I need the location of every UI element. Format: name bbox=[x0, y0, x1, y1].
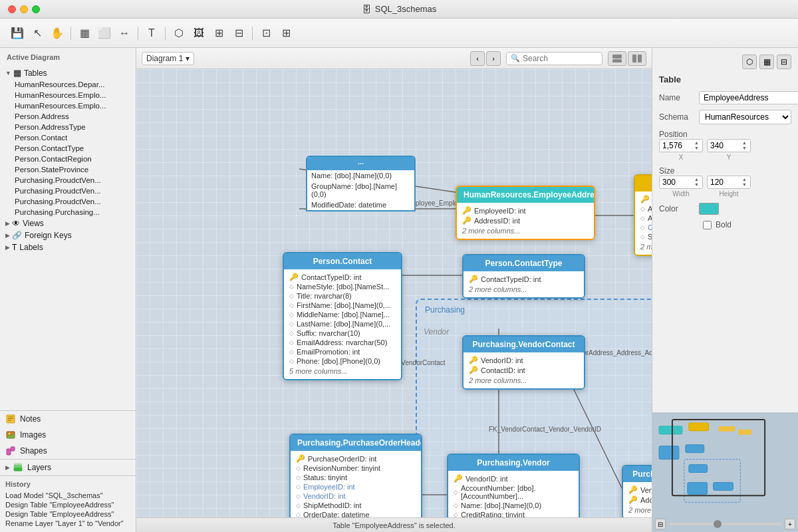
close-button[interactable] bbox=[8, 5, 16, 13]
table-purchasing-vendoraddress[interactable]: Purchasing.VendorAddress 🔑VendorID: int … bbox=[622, 465, 652, 517]
zoom-slider-track[interactable] bbox=[668, 523, 782, 525]
sidebar-item-humanresources-emplo2[interactable]: HumanResources.Emplo... bbox=[0, 100, 136, 111]
sidebar-item-purchasing-purchasing[interactable]: Purchasing.Purchasing... bbox=[0, 207, 136, 217]
labels-section-header[interactable]: ▶ T Labels bbox=[0, 241, 136, 253]
sidebar-item-person-contactregion[interactable]: Person.ContactRegion bbox=[0, 154, 136, 164]
table-person-contact[interactable]: Person.Contact 🔑ContactTypeID: int ◇Name… bbox=[283, 252, 402, 380]
sidebar-item-purchasing-proudctven2[interactable]: Purchasing.ProudctVen... bbox=[0, 186, 136, 196]
pointer-tool[interactable]: ↖ bbox=[28, 24, 47, 43]
zoom-slider-thumb[interactable] bbox=[714, 520, 722, 528]
table-row: ◇LastName: [dbo].[Name](0,... bbox=[284, 319, 401, 329]
view-split-h[interactable] bbox=[608, 51, 626, 66]
sidebar-item-person-contacttype[interactable]: Person.ContactType bbox=[0, 143, 136, 154]
width-up[interactable]: ▲ bbox=[693, 177, 702, 182]
layers-section[interactable]: ▶ Layers bbox=[0, 459, 136, 475]
table-row: 🔑AddressID: int bbox=[635, 194, 652, 204]
height-up[interactable]: ▲ bbox=[741, 177, 750, 182]
foreign-keys-section-header[interactable]: ▶ 🔗 Foreign Keys bbox=[0, 229, 136, 241]
y-down[interactable]: ▼ bbox=[741, 146, 750, 151]
height-input[interactable] bbox=[708, 176, 741, 188]
zoom-out-btn[interactable]: ⊟ bbox=[655, 519, 666, 529]
sidebar-item-person-address[interactable]: Person.Address bbox=[0, 111, 136, 122]
minimize-button[interactable] bbox=[20, 5, 28, 13]
nav-prev[interactable]: ‹ bbox=[470, 51, 485, 66]
window-controls bbox=[8, 5, 40, 13]
snap-tool[interactable]: ⊞ bbox=[277, 24, 295, 43]
prop-position-section: Position ▲ ▼ X bbox=[659, 130, 791, 161]
width-down[interactable]: ▼ bbox=[693, 182, 702, 188]
sidebar-item-humanresources-depar[interactable]: HumanResources.Depar... bbox=[0, 79, 136, 90]
sidebar-item-purchasing-proudctven3[interactable]: Purchasing.ProudctVen... bbox=[0, 196, 136, 207]
x-input-wrapper[interactable]: ▲ ▼ bbox=[659, 139, 703, 152]
images-section[interactable]: Images bbox=[0, 427, 136, 443]
height-stepper[interactable]: ▲ ▼ bbox=[741, 177, 750, 188]
views-section-header[interactable]: ▶ 👁 Views bbox=[0, 217, 136, 229]
arrange-tool[interactable]: ⊡ bbox=[257, 24, 275, 43]
search-box[interactable]: 🔍 bbox=[506, 52, 602, 65]
y-up[interactable]: ▲ bbox=[741, 140, 750, 146]
maximize-button[interactable] bbox=[32, 5, 40, 13]
x-down[interactable]: ▼ bbox=[693, 146, 702, 151]
canvas[interactable]: Purchasing FK_EmployeeAddress_Employee_E… bbox=[136, 69, 652, 517]
diagram-selector[interactable]: Diagram 1 ▾ bbox=[142, 52, 194, 65]
3d-icon[interactable]: ⬡ bbox=[742, 55, 757, 69]
bold-checkbox[interactable] bbox=[703, 221, 712, 229]
view-split-v[interactable] bbox=[628, 51, 646, 66]
table-purchasing-purchaseorderheader[interactable]: Purchasing.PurchaseOrderHeader 🔑Purchase… bbox=[289, 434, 422, 517]
x-stepper[interactable]: ▲ ▼ bbox=[693, 140, 702, 152]
y-input-wrapper[interactable]: ▲ ▼ bbox=[707, 139, 751, 152]
ungroup-tool[interactable]: ⊟ bbox=[229, 24, 248, 43]
shape-tool[interactable]: ⬡ bbox=[170, 24, 188, 43]
sidebar-item-humanresources-emplo1[interactable]: HumanResources.Emplo... bbox=[0, 90, 136, 100]
table-tool[interactable]: ▦ bbox=[75, 24, 94, 43]
frame-tool[interactable]: ⬜ bbox=[95, 24, 114, 43]
history-item-4[interactable]: Rename Layer "Layer 1" to "Vendor" bbox=[5, 519, 130, 528]
x-input[interactable] bbox=[660, 140, 693, 152]
height-input-wrapper[interactable]: ▲ ▼ bbox=[707, 176, 751, 189]
svg-rect-29 bbox=[659, 446, 679, 460]
prop-schema-dropdown[interactable]: HumanResources Person Purchasing bbox=[699, 110, 791, 124]
table-person-address[interactable]: Person.Address 🔑AddressID: int ◇AddressL… bbox=[634, 174, 652, 256]
save-button[interactable]: 💾 bbox=[8, 24, 27, 43]
history-item-1[interactable]: Load Model "SQL_3schemas" bbox=[5, 491, 130, 500]
sidebar-item-purchasing-proudctven1[interactable]: Purchasing.ProudctVen... bbox=[0, 175, 136, 186]
table-row: ◇RevisionNumber: tinyint bbox=[291, 464, 421, 473]
nav-next[interactable]: › bbox=[486, 51, 501, 66]
height-down[interactable]: ▼ bbox=[741, 182, 750, 188]
line-tool[interactable]: ↔ bbox=[115, 24, 134, 43]
sidebar-item-person-stateprovince[interactable]: Person.StateProvince bbox=[0, 164, 136, 175]
color-swatch[interactable] bbox=[699, 203, 719, 215]
table-person-contacttype[interactable]: Person.ContactType 🔑ContactTypeID: int 2… bbox=[462, 254, 585, 299]
table-header-hr-employeeaddress: HumanResources.EmployeeAddress bbox=[457, 187, 594, 203]
width-stepper[interactable]: ▲ ▼ bbox=[693, 177, 702, 188]
text-tool[interactable]: T bbox=[142, 24, 161, 43]
prop-name-input[interactable] bbox=[699, 91, 798, 104]
sidebar-item-person-contact[interactable]: Person.Contact bbox=[0, 132, 136, 143]
history-item-3[interactable]: Design Table "EmployeeAddress" bbox=[5, 509, 130, 519]
y-input[interactable] bbox=[708, 140, 741, 152]
group-tool[interactable]: ⊞ bbox=[209, 24, 228, 43]
history-item-2[interactable]: Design Table "EmployeeAddress" bbox=[5, 500, 130, 509]
sidebar-item-person-addresstype[interactable]: Person.AddressType bbox=[0, 122, 136, 132]
y-stepper[interactable]: ▲ ▼ bbox=[741, 140, 750, 152]
search-input[interactable] bbox=[523, 54, 598, 63]
view-buttons bbox=[608, 51, 646, 66]
tables-section-header[interactable]: ▼ ▦ Tables bbox=[0, 66, 136, 79]
partial-table-row: Name: [dbo].[Name](0,0) bbox=[307, 170, 414, 181]
svg-rect-10 bbox=[14, 464, 22, 466]
image-tool[interactable]: 🖼 bbox=[190, 24, 208, 43]
layout-icon[interactable]: ⊟ bbox=[777, 55, 791, 69]
width-input[interactable] bbox=[660, 176, 693, 188]
table-humanresources-employeeaddress[interactable]: HumanResources.EmployeeAddress 🔑Employee… bbox=[456, 186, 595, 240]
table-purchasing-vendor[interactable]: Purchasing.Vendor 🔑VendorID: int ◇Accoun… bbox=[447, 454, 580, 517]
schema-select[interactable]: HumanResources Person Purchasing bbox=[699, 110, 791, 124]
table-purchasing-vendorcontact[interactable]: Purchasing.VendorContact 🔑VendorID: int … bbox=[462, 335, 585, 390]
shapes-section[interactable]: Shapes bbox=[0, 443, 136, 459]
zoom-in-btn[interactable]: + bbox=[785, 519, 795, 529]
width-input-wrapper[interactable]: ▲ ▼ bbox=[659, 176, 703, 189]
grid-icon[interactable]: ▦ bbox=[759, 55, 774, 69]
hand-tool[interactable]: ✋ bbox=[48, 24, 66, 43]
notes-section[interactable]: Notes bbox=[0, 411, 136, 427]
mini-map[interactable]: ⊟ + bbox=[652, 412, 798, 532]
x-up[interactable]: ▲ bbox=[693, 140, 702, 146]
